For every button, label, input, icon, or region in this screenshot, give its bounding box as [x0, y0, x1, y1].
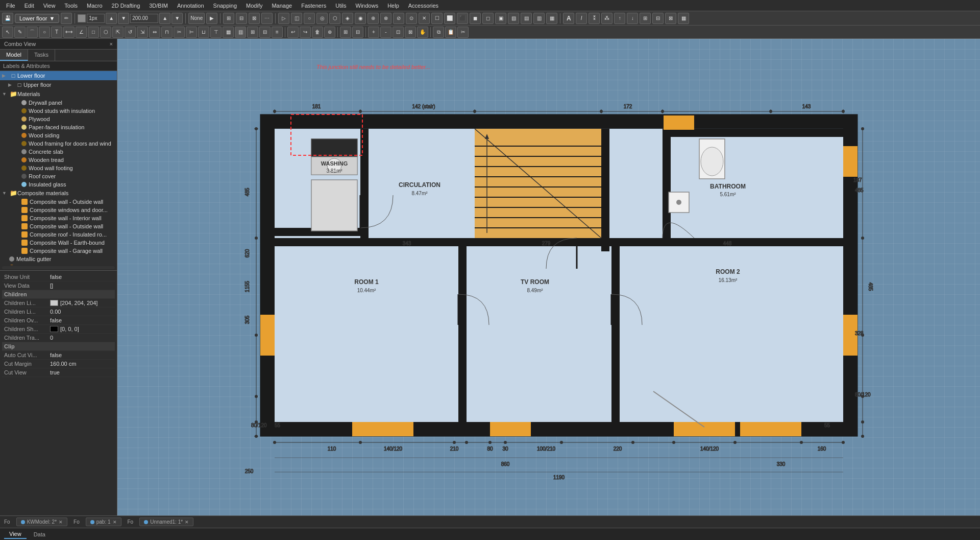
tb2-cut[interactable]: ✂	[457, 27, 469, 38]
stroke-up[interactable]: ▲	[106, 13, 117, 24]
canvas-area[interactable]: This junction still needs to be detailed…	[117, 39, 980, 515]
tree-item-wooden-tread[interactable]: Wooden tread	[0, 156, 117, 164]
tb2-array[interactable]: ⊟	[259, 27, 271, 38]
tb2-copy[interactable]: ⧉	[433, 27, 444, 38]
tree-item-materials[interactable]: ▼ 📁 Materials	[0, 89, 117, 99]
tb2-rotate[interactable]: ↺	[125, 27, 136, 38]
tree-item-composite-materials[interactable]: ▼ 📁 Composite materials	[0, 189, 117, 198]
tb2-poly[interactable]: ⬡	[100, 27, 111, 38]
tb2-undo[interactable]: ↩	[287, 27, 299, 38]
tb-view3[interactable]: ○	[304, 13, 315, 24]
tb-3d5[interactable]: ◼	[470, 13, 481, 24]
menu-utils[interactable]: Utils	[331, 2, 350, 10]
tree-item-comp-earth[interactable]: Composite Wall - Earth-bound	[0, 239, 117, 247]
tb-view4[interactable]: ◎	[316, 13, 328, 24]
tb-save[interactable]: 💾	[2, 13, 13, 24]
tb2-pan[interactable]: ✋	[417, 27, 428, 38]
tb-snap1[interactable]: ⊟	[236, 13, 247, 24]
tb2-circle[interactable]: ○	[39, 27, 50, 38]
tb-3d2[interactable]: ☐	[431, 13, 443, 24]
tb-3d3[interactable]: ⬜	[444, 13, 455, 24]
tb2-paste[interactable]: 📋	[445, 27, 456, 38]
tree-item-drywall[interactable]: Drywall panel	[0, 99, 117, 107]
tb-3d10[interactable]: ▥	[533, 13, 545, 24]
tree-item-wood-framing[interactable]: Wood framing for doors and wind	[0, 139, 117, 148]
menu-file[interactable]: File	[2, 2, 19, 10]
tab-tasks[interactable]: Tasks	[28, 50, 55, 61]
menu-annotation[interactable]: Annotation	[173, 2, 208, 10]
tb-3d11[interactable]: ▦	[546, 13, 557, 24]
menu-macro[interactable]: Macro	[83, 2, 107, 10]
tree-item-wood-studs[interactable]: Wood studs with insulation	[0, 107, 117, 115]
view-tab-view[interactable]: View	[4, 530, 27, 539]
tb-special1[interactable]: ⁑	[589, 13, 600, 24]
tree-item-upper-floor[interactable]: ▶ □ Upper floor	[0, 80, 117, 89]
tb-view7[interactable]: ◉	[355, 13, 366, 24]
tree-item-roof-cover[interactable]: Roof cover	[0, 172, 117, 180]
menu-tools[interactable]: Tools	[60, 2, 82, 10]
tree-item-comp-garage[interactable]: Composite wall - Garage wall	[0, 247, 117, 255]
tb2-rect[interactable]: □	[88, 27, 99, 38]
tb2-dim[interactable]: ⟷	[63, 27, 75, 38]
menu-snapping[interactable]: Snapping	[209, 2, 241, 10]
tb2-more1[interactable]: ≡	[272, 27, 283, 38]
status-tab-kwmodel[interactable]: KWModel: 2* ✕	[16, 518, 67, 526]
tb-pencil[interactable]: ✏	[61, 13, 72, 24]
tb-special4[interactable]: ↓	[627, 13, 638, 24]
tb-italic[interactable]: I	[576, 13, 587, 24]
menu-modify[interactable]: Modify	[242, 2, 266, 10]
tb2-hatch[interactable]: ▦	[223, 27, 234, 38]
tree-item-lower-floor[interactable]: ▶ □ Lower floor	[0, 71, 117, 80]
tree-item-comp-roof[interactable]: Composite roof - Insulated ro...	[0, 230, 117, 239]
tb2-zoomout[interactable]: -	[380, 27, 391, 38]
tb-view8[interactable]: ⊕	[368, 13, 379, 24]
menu-view[interactable]: View	[39, 2, 60, 10]
tb-fill-arrow[interactable]: ▶	[206, 13, 217, 24]
tb-3d7[interactable]: ▣	[495, 13, 506, 24]
menu-manage[interactable]: Manage	[267, 2, 296, 10]
unnamed-close[interactable]: ✕	[185, 520, 189, 525]
status-tab-pab[interactable]: pab: 1 ✕	[86, 518, 121, 526]
tb-snap3[interactable]: ⋯	[261, 13, 273, 24]
swatch-children-sh[interactable]	[50, 326, 58, 332]
tree-item-comp-outside1[interactable]: Composite wall - Outside wall	[0, 198, 117, 206]
tree-item-comp-outside2[interactable]: Composite wall - Outside wall	[0, 222, 117, 230]
tb2-pencil2[interactable]: ✎	[14, 27, 26, 38]
tb-special8[interactable]: ▦	[678, 13, 689, 24]
floor-selector[interactable]: Lower floor ▼	[15, 14, 59, 23]
tb2-zoomsq[interactable]: ⊠	[405, 27, 416, 38]
tb2-zoomfit[interactable]: ⊡	[393, 27, 404, 38]
tb-3d6[interactable]: ◻	[482, 13, 494, 24]
stroke-down[interactable]: ▼	[118, 13, 129, 24]
tb2-pointer[interactable]: ↖	[2, 27, 13, 38]
status-tab-unnamed[interactable]: Unnamed1: 1* ✕	[139, 518, 193, 526]
tb-view11[interactable]: ⊙	[406, 13, 417, 24]
tb2-offset[interactable]: ⊓	[161, 27, 173, 38]
tb2-more2[interactable]: ⊕	[324, 27, 335, 38]
tb2-split[interactable]: ⊤	[210, 27, 222, 38]
tree-item-insulated-glass[interactable]: Insulated glass	[0, 180, 117, 189]
tree-item-plywood[interactable]: Plywood	[0, 115, 117, 123]
panel-close-btn[interactable]: ×	[110, 41, 113, 47]
tb2-text2[interactable]: T	[51, 27, 62, 38]
tree-item-wood-wall-footing[interactable]: Wood wall footing	[0, 164, 117, 172]
tb2-delete[interactable]: 🗑	[312, 27, 323, 38]
tb2-trim[interactable]: ✂	[174, 27, 185, 38]
menu-edit[interactable]: Edit	[20, 2, 38, 10]
menu-help[interactable]: Help	[383, 2, 403, 10]
tb2-scale[interactable]: ⇲	[137, 27, 148, 38]
tb2-redo[interactable]: ↪	[300, 27, 311, 38]
stroke-color[interactable]	[78, 14, 86, 22]
tb-3d4[interactable]: ⬛	[457, 13, 468, 24]
tb2-angle[interactable]: ∠	[76, 27, 87, 38]
tb-special3[interactable]: ↑	[614, 13, 625, 24]
tb2-prop[interactable]: ⊟	[352, 27, 363, 38]
tb-3d9[interactable]: ▤	[521, 13, 532, 24]
tb-special2[interactable]: ⁂	[601, 13, 612, 24]
tree-item-comp-windows[interactable]: Composite windows and door...	[0, 206, 117, 214]
tb2-layer[interactable]: ⊞	[340, 27, 351, 38]
expand-materials[interactable]: ▼	[2, 91, 9, 97]
tb2-zoomin[interactable]: +	[368, 27, 379, 38]
tb-special7[interactable]: ⊠	[665, 13, 676, 24]
tb-snap2[interactable]: ⊠	[249, 13, 260, 24]
